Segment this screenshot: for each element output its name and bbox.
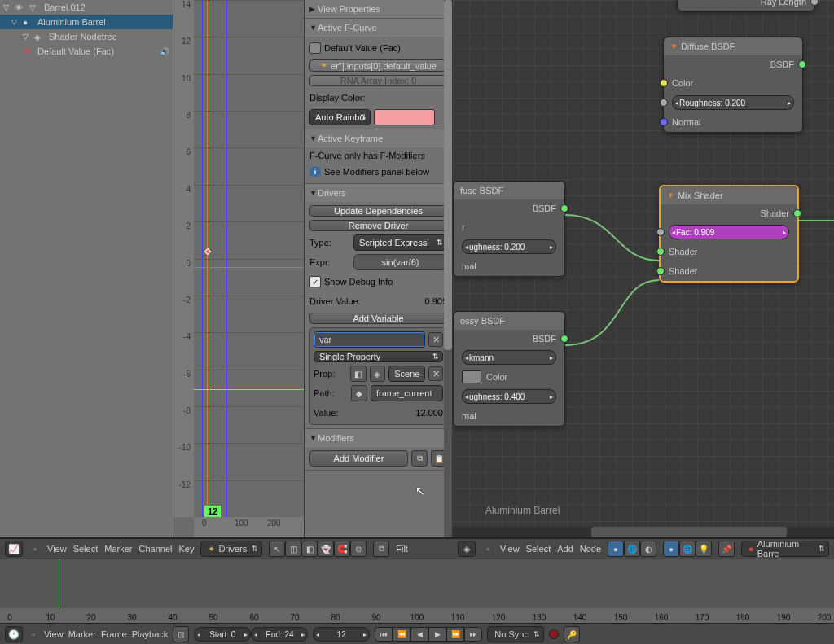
color-swatch[interactable] [374,109,435,125]
pivot-icon[interactable]: ⊙ [350,541,367,557]
keying-set-icon[interactable]: 🔑 [564,626,580,642]
node-input-color[interactable]: Color [454,367,564,387]
delete-variable-button[interactable]: ✕ [428,332,443,347]
update-dependencies-button[interactable]: Update Dependencies [309,205,447,217]
shader-type-world-icon[interactable]: 🌐 [624,541,640,557]
auto-normalize-icon[interactable]: ◧ [301,541,318,557]
copy-icon[interactable]: ⧉ [373,541,389,557]
graph-mode-dropdown[interactable]: ✦Drivers [200,541,262,557]
copy-modifiers-button[interactable]: ⧉ [411,450,428,467]
shader-type-line-icon[interactable]: ◐ [640,541,656,557]
jump-start-button[interactable]: ⏮ [375,627,393,642]
editor-type-dropdown[interactable]: 🕐 [5,626,23,642]
outliner-item-material[interactable]: ▽ ● Aluminium Barrel [0,15,173,29]
prop-id-field[interactable]: Scene [388,366,425,382]
auto-keyframe-button[interactable] [549,629,559,639]
node-input-shader-1[interactable]: Shader [661,242,797,261]
node-input-color[interactable]: Color [664,73,802,93]
node-input-distribution[interactable]: kmann [454,348,564,367]
collapse-menus-icon[interactable]: ◦ [28,626,39,642]
current-frame-field[interactable]: 12 [313,627,370,642]
cursor-tool-icon[interactable]: ↖ [269,541,285,557]
node-geometry[interactable]: Ray Length [677,0,815,11]
snap-icon[interactable]: 🧲 [334,541,350,557]
editor-type-dropdown[interactable]: 📈 [5,541,23,557]
path-field[interactable]: frame_current [371,385,443,401]
collapse-menus-icon[interactable]: ◦ [482,541,494,557]
node-input-roughness[interactable]: Roughness: 0.200 [664,93,802,112]
node-editor-scrollbar[interactable] [453,527,834,537]
node-glossy-bsdf[interactable]: ossy BSDF BSDF kmann Color ughness: 0.40… [453,311,565,427]
jump-end-button[interactable]: ⏭ [464,627,482,642]
play-reverse-button[interactable]: ◀ [410,627,428,642]
node-input-normal[interactable]: mal [454,256,564,276]
menu-node[interactable]: Node [580,544,601,554]
color-swatch[interactable] [462,370,481,383]
node-output-ray-length[interactable]: Ray Length [678,0,814,11]
panel-scrollbar[interactable] [444,0,452,537]
keyframe-prev-button[interactable]: ⏪ [393,627,410,642]
graph-canvas[interactable] [194,0,304,517]
node-input-normal[interactable]: Normal [664,112,802,132]
node-diffuse-bsdf[interactable]: ▼Diffuse BSDF BSDF Color Roughness: 0.20… [663,37,803,133]
shader-data-lamp-icon[interactable]: 💡 [696,541,712,557]
panel-header-view-properties[interactable]: ▶View Properties [305,0,452,18]
panel-header-modifiers[interactable]: ▼Modifiers [305,429,452,447]
menu-playback[interactable]: Playback [132,629,169,639]
menu-marker[interactable]: Marker [68,629,96,639]
menu-view[interactable]: View [500,544,520,554]
add-modifier-button[interactable]: Add Modifier [309,450,408,467]
panel-header-active-fcurve[interactable]: ▼Active F-Curve [305,19,452,37]
play-button[interactable]: ▶ [428,627,446,642]
disclosure-triangle-icon[interactable]: ▽ [11,18,20,26]
node-input-roughness[interactable]: ughness: 0.200 [454,237,564,256]
node-input-color[interactable]: r [454,217,564,237]
eye-icon[interactable]: 👁 [23,47,34,56]
menu-view[interactable]: View [44,629,64,639]
menu-add[interactable]: Add [557,544,573,554]
node-output-shader[interactable]: Shader [661,204,797,222]
node-input-normal[interactable]: mal [454,406,564,426]
driver-type-dropdown[interactable]: Scripted Expressi [353,234,447,251]
pin-icon[interactable]: 📌 [718,541,735,557]
menu-channel[interactable]: Channel [138,544,172,554]
outliner-item-barrel[interactable]: ▽ 👁 ▽ Barrel.012 [0,0,173,15]
node-input-shader-2[interactable]: Shader [661,261,797,281]
disclosure-triangle-icon[interactable]: ▽ [3,3,11,11]
speaker-icon[interactable]: 🔊 [160,47,169,56]
show-debug-checkbox[interactable]: ✓ [309,276,321,287]
node-diffuse-bsdf-2[interactable]: fuse BSDF BSDF r ughness: 0.200 mal [453,181,565,277]
menu-select[interactable]: Select [73,544,99,554]
node-editor[interactable]: Ray Length ▼Diffuse BSDF BSDF Color Roug… [453,0,834,537]
menu-view[interactable]: View [47,544,67,554]
keyframe-marker[interactable] [204,248,211,255]
node-mix-shader[interactable]: ▼Mix Shader Shader Fac: 0.909 Shader Sha… [659,185,799,283]
menu-frame[interactable]: Frame [101,629,127,639]
disclosure-triangle-icon[interactable]: ▽ [23,33,31,41]
graph-editor[interactable]: 14121086420-2-4-6-8-10-12 12 0100200 [173,0,304,537]
variable-name-field[interactable]: var [314,331,425,348]
menu-key[interactable]: Key [178,544,194,554]
node-output-bsdf[interactable]: BSDF [454,330,564,348]
node-input-fac[interactable]: Fac: 0.909 [661,222,797,242]
outliner-item-nodetree[interactable]: ▽ ◈ Shader Nodetree [0,29,173,44]
end-frame-field[interactable]: End: 24 [251,627,308,642]
clear-prop-button[interactable]: ✕ [428,366,443,381]
id-type-button[interactable]: ◧ [350,366,367,382]
shader-type-object-icon[interactable]: ● [608,541,624,557]
node-output-bsdf[interactable]: BSDF [454,199,564,217]
menu-marker[interactable]: Marker [104,544,132,554]
editor-type-dropdown[interactable]: ◈ [458,541,476,557]
start-frame-field[interactable]: Start: 0 [194,627,251,642]
id-browse-button[interactable]: ◈ [370,366,386,382]
material-dropdown[interactable]: ●Aluminium Barre [741,541,829,557]
eye-icon[interactable]: 👁 [15,3,26,12]
remove-driver-button[interactable]: Remove Driver [309,220,447,231]
shader-data-object-icon[interactable]: ● [663,541,679,557]
menu-select[interactable]: Select [526,544,551,554]
variable-type-dropdown[interactable]: Single Property [314,351,443,362]
node-output-bsdf[interactable]: BSDF [664,55,802,73]
collapse-menus-icon[interactable]: ◦ [29,541,41,557]
expression-field[interactable]: sin(var/6) [353,254,447,270]
add-variable-button[interactable]: Add Variable [309,313,447,324]
